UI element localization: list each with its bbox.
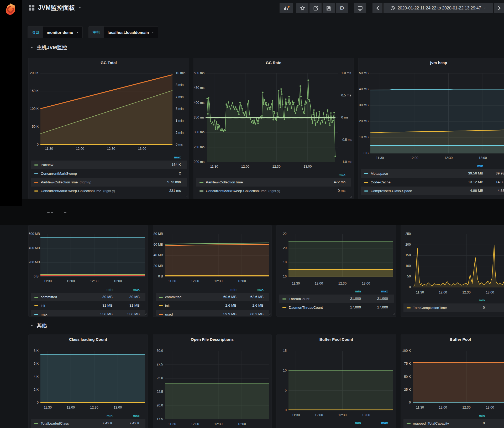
legend-stat-header[interactable]: max [155, 155, 181, 159]
series-name[interactable]: ParNew-CollectionTime [206, 180, 243, 184]
legend-stat-header[interactable]: min [459, 298, 485, 302]
panel-title[interactable]: Buffer Pool [401, 337, 504, 342]
legend-row[interactable]: mapped_TotalCapacity0 [403, 419, 504, 428]
plot-area-gc-total[interactable] [40, 73, 172, 145]
panel-title[interactable]: Open File Descriptions [153, 337, 271, 342]
legend-row[interactable]: max556 MB556 MB [31, 310, 145, 317]
add-panel-button[interactable] [279, 3, 293, 13]
variable-project-value[interactable]: monitor-demo [43, 27, 82, 38]
title-caret-down-icon[interactable] [78, 6, 81, 9]
legend-stat-header[interactable]: max [486, 414, 504, 418]
dashboard-grid-icon[interactable] [28, 4, 35, 11]
panel-title[interactable]: jvm heap [359, 60, 504, 65]
series-name[interactable]: committed [41, 295, 57, 299]
plot-area-compilation[interactable] [413, 234, 504, 287]
share-button[interactable] [309, 3, 322, 13]
series-name[interactable]: Compressed-Class-Space [371, 189, 412, 193]
plot-area-nonheap-a[interactable] [40, 234, 145, 277]
series-name[interactable]: ConcurrentMarkSweep-CollectionTime [41, 189, 101, 193]
panel-resize-handle[interactable] [392, 313, 395, 316]
legend-row[interactable]: ParNew164 K [31, 161, 187, 169]
legend-row[interactable]: TotalCompilationTime0 [403, 303, 504, 312]
row-header-jvm[interactable]: 主机JVM监控 [30, 44, 67, 51]
time-back-button[interactable] [372, 3, 383, 13]
legend-stat-header[interactable]: min [335, 289, 361, 293]
grafana-logo-icon[interactable] [4, 3, 17, 16]
legend-row[interactable]: Metaspace39.56 MB39.98 MB [361, 169, 504, 178]
series-name[interactable]: max [41, 312, 48, 316]
time-range-picker[interactable]: 2020-01-22 11:24:22 to 2020-01-22 13:29:… [383, 3, 494, 13]
series-color-swatch [200, 190, 203, 192]
series-name[interactable]: init [41, 304, 45, 308]
plot-area-jvm-heap[interactable] [370, 73, 504, 153]
legend-stat-header[interactable]: min [210, 287, 237, 291]
legend-row[interactable]: ParNew-CollectionTime472 ms [196, 178, 351, 187]
legend-stat-header[interactable]: max [113, 287, 140, 291]
legend-stat-header[interactable]: max [319, 173, 345, 177]
panel-title[interactable]: GC Total [29, 60, 189, 65]
plot-area-buffer-count[interactable] [288, 351, 393, 410]
legend-stat-header[interactable]: max [362, 421, 388, 425]
time-forward-button[interactable] [494, 3, 504, 13]
row-header-other[interactable]: 其他 [30, 322, 47, 329]
legend-stat-header[interactable]: min [459, 414, 485, 418]
legend-stat-header[interactable]: min [457, 164, 483, 168]
legend-row[interactable]: ConcurrentMarkSweep-CollectionTime(right… [31, 187, 187, 195]
panel-title[interactable]: GC Rate [194, 60, 353, 65]
panel-resize-handle[interactable] [268, 313, 271, 316]
legend-row[interactable]: ConcurrentMarkSweep-CollectionTime(right… [196, 187, 351, 195]
legend-row[interactable]: TotalLoadedClass7.42 K7.42 K [31, 419, 145, 428]
legend-stat-header[interactable]: max [486, 298, 504, 302]
legend-stat-header[interactable]: min [335, 421, 361, 425]
series-name[interactable]: ConcurrentMarkSweep [41, 172, 77, 176]
series-name[interactable]: ParNew [41, 163, 53, 167]
panel-resize-handle[interactable] [185, 195, 188, 198]
legend-row[interactable]: init2.6 MB2.6 MB [156, 301, 269, 310]
legend-row[interactable]: ConcurrentMarkSweep2 [31, 169, 187, 178]
legend-stat-header[interactable]: max [362, 289, 388, 293]
series-name[interactable]: Code-Cache [371, 180, 391, 184]
series-name[interactable]: TotalCompilationTime [413, 306, 447, 310]
series-name[interactable]: mapped_TotalCapacity [413, 421, 449, 425]
legend-row[interactable]: DaemonThreadCount17.00017.000 [279, 303, 394, 312]
plot-area-buffer-pool[interactable] [413, 351, 504, 403]
plot-area-threads[interactable] [288, 234, 393, 277]
series-name[interactable]: ThreadCount [289, 297, 309, 301]
panel-title[interactable]: Buffer Pool Count [277, 337, 396, 342]
variable-host-value[interactable]: localhost.localdomain [104, 27, 158, 38]
series-name[interactable]: Metaspace [371, 172, 388, 176]
series-name[interactable]: TotalLoadedClass [41, 421, 69, 425]
legend-row[interactable]: committed30 MB30 MB [31, 293, 145, 301]
cycle-view-button[interactable] [354, 3, 366, 13]
plot-area-gc-rate[interactable] [206, 73, 338, 162]
legend-stat-header[interactable]: max [237, 287, 264, 291]
series-name[interactable]: ConcurrentMarkSweep-CollectionTime [206, 189, 266, 193]
legend-stat-header[interactable]: max [113, 414, 140, 418]
legend-stat-header[interactable]: min [86, 414, 113, 418]
series-name[interactable]: init [165, 304, 170, 308]
series-name[interactable]: DaemonThreadCount [289, 306, 323, 310]
series-name[interactable]: committed [165, 295, 181, 299]
legend-stat-header[interactable]: min [86, 287, 113, 291]
x-axis-label: 11:30 [376, 156, 384, 160]
legend-row[interactable]: used59.9 MB60.2 MB [156, 310, 269, 317]
settings-button[interactable]: ⚙ [335, 3, 348, 13]
panel-resize-handle[interactable] [350, 195, 353, 198]
series-name[interactable]: ParNew-CollectionTime [41, 180, 78, 184]
legend-row[interactable]: init31 MB31 MB [31, 301, 145, 310]
legend-row[interactable]: ThreadCount21.00021.000 [279, 295, 394, 303]
x-axis-label: 13:00 [486, 291, 494, 294]
star-button[interactable] [296, 3, 309, 13]
plot-area-nonheap-b[interactable] [165, 234, 269, 277]
legend-row[interactable]: Code-Cache13.12 MB14.80 MB [361, 178, 504, 187]
legend-row[interactable]: Compressed-Class-Space4.88 MB4.88 MB [361, 187, 504, 195]
plot-area-open-files[interactable] [165, 351, 269, 419]
series-name[interactable]: used [165, 312, 173, 316]
legend-row[interactable]: committed60.6 MB62.6 MB [156, 293, 269, 301]
plot-area-class-loading[interactable] [40, 351, 145, 403]
legend-row[interactable]: ParNew-CollectionTime(right-y)9.73 min [31, 178, 187, 187]
save-button[interactable] [322, 3, 335, 13]
panel-title[interactable]: Class loading Count [29, 337, 148, 342]
legend-stat-header[interactable]: max [485, 164, 504, 168]
panel-resize-handle[interactable] [144, 313, 147, 316]
